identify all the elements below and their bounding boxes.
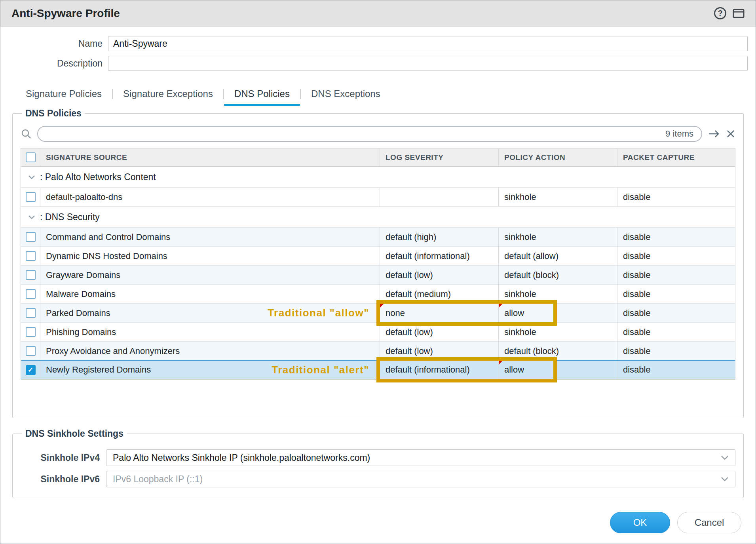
signature-source-label: default-paloalto-dns [46, 192, 122, 202]
table-row[interactable]: Phishing Domainsdefault (low)sinkholedis… [21, 323, 735, 342]
description-label: Description [0, 58, 108, 69]
signature-source-label: Proxy Avoidance and Anonymizers [46, 346, 180, 356]
row-checkbox[interactable] [26, 251, 36, 261]
dns-policies-section: DNS Policies 9 items [12, 108, 744, 418]
signature-source-cell: Dynamic DNS Hosted Domains [40, 247, 380, 265]
sinkhole-ipv6-value: IPv6 Loopback IP (::1) [113, 474, 203, 485]
group-label: : Palo Alto Networks Content [40, 172, 156, 183]
policy-action-cell: sinkhole [498, 323, 617, 341]
row-checkbox[interactable] [26, 327, 36, 337]
table-row[interactable]: Malware Domainsdefault (medium)sinkholed… [21, 285, 735, 304]
row-checkbox[interactable]: ✓ [26, 365, 36, 375]
anti-spyware-profile-dialog: Anti-Spyware Profile ? Name Description … [0, 0, 756, 544]
search-icon[interactable] [21, 128, 32, 139]
tab-signature-exceptions[interactable]: Signature Exceptions [113, 85, 223, 106]
row-checkbox[interactable] [26, 232, 36, 242]
signature-source-label: Command and Control Domains [46, 232, 170, 242]
dns-policies-table: SIGNATURE SOURCE LOG SEVERITY POLICY ACT… [21, 148, 735, 380]
select-all-checkbox[interactable] [26, 152, 36, 162]
policy-action-cell: default (block) [498, 342, 617, 360]
search-pill: 9 items [37, 126, 702, 142]
log-severity-cell: default (low) [380, 266, 498, 284]
group-row[interactable]: : Palo Alto Networks Content [21, 167, 735, 188]
window-icon[interactable] [733, 9, 745, 18]
policy-action-cell: default (allow) [498, 247, 617, 265]
description-input[interactable] [108, 56, 748, 71]
tab-signature-policies[interactable]: Signature Policies [15, 85, 112, 106]
row-checkbox-cell [21, 266, 40, 284]
chevron-down-icon [721, 477, 729, 481]
packet-capture-cell: disable [617, 266, 735, 284]
items-count: 9 items [665, 129, 693, 139]
select-all-cell [21, 148, 40, 166]
sinkhole-ipv6-row: Sinkhole IPv6 IPv6 Loopback IP (::1) [21, 471, 735, 487]
description-row: Description [0, 56, 756, 71]
table-row[interactable]: ✓Newly Registered DomainsTraditional "al… [21, 360, 735, 379]
dialog-footer: OK Cancel [0, 512, 756, 544]
table-row[interactable]: Command and Control Domainsdefault (high… [21, 228, 735, 247]
log-severity-cell: default (informational) [380, 361, 498, 379]
signature-source-cell: Malware Domains [40, 285, 380, 303]
help-icon[interactable]: ? [714, 7, 726, 19]
signature-source-label: Phishing Domains [46, 327, 116, 337]
policy-action-cell: allow [498, 361, 617, 379]
chevron-down-icon[interactable] [28, 175, 35, 179]
row-checkbox[interactable] [26, 308, 36, 318]
row-checkbox[interactable] [26, 346, 36, 356]
row-checkbox-cell [21, 228, 40, 246]
sinkhole-ipv4-label: Sinkhole IPv4 [21, 453, 106, 463]
row-checkbox[interactable] [26, 270, 36, 280]
policy-action-cell: default (block) [498, 266, 617, 284]
dns-policies-legend: DNS Policies [22, 108, 85, 119]
cancel-button[interactable]: Cancel [677, 512, 741, 533]
chevron-down-icon[interactable] [28, 215, 35, 219]
tab-dns-exceptions[interactable]: DNS Exceptions [301, 85, 391, 106]
column-header-packet-capture[interactable]: PACKET CAPTURE [617, 148, 735, 166]
annotation-label: Traditional "allow" [268, 307, 380, 319]
row-checkbox[interactable] [26, 289, 36, 299]
column-header-log-severity[interactable]: LOG SEVERITY [380, 148, 498, 166]
row-checkbox[interactable] [26, 192, 36, 202]
packet-capture-cell: disable [617, 228, 735, 246]
search-row: 9 items [21, 126, 735, 142]
log-severity-cell: default (low) [380, 342, 498, 360]
group-label: : DNS Security [40, 212, 100, 223]
dialog-title: Anti-Spyware Profile [11, 7, 120, 20]
ok-button[interactable]: OK [610, 512, 670, 533]
clear-filter-close-icon[interactable] [726, 129, 735, 139]
name-input[interactable] [108, 36, 748, 51]
table-body: : Palo Alto Networks Contentdefault-palo… [21, 167, 735, 379]
signature-source-cell: Command and Control Domains [40, 228, 380, 246]
packet-capture-cell: disable [617, 285, 735, 303]
packet-capture-cell: disable [617, 188, 735, 206]
table-row[interactable]: Dynamic DNS Hosted Domainsdefault (infor… [21, 247, 735, 266]
sinkhole-ipv4-select[interactable]: Palo Alto Networks Sinkhole IP (sinkhole… [106, 449, 735, 466]
dialog-titlebar: Anti-Spyware Profile ? [0, 0, 756, 27]
table-row[interactable]: Proxy Avoidance and Anonymizersdefault (… [21, 342, 735, 361]
policy-action-cell: sinkhole [498, 285, 617, 303]
sinkhole-ipv4-row: Sinkhole IPv4 Palo Alto Networks Sinkhol… [21, 449, 735, 466]
row-checkbox-cell [21, 304, 40, 322]
row-checkbox-cell [21, 323, 40, 341]
log-severity-cell: default (informational) [380, 247, 498, 265]
log-severity-cell [380, 188, 498, 206]
apply-filter-arrow-icon[interactable] [708, 129, 720, 139]
search-input[interactable] [46, 128, 665, 139]
sinkhole-ipv4-value: Palo Alto Networks Sinkhole IP (sinkhole… [113, 453, 370, 463]
table-row[interactable]: Parked DomainsTraditional "allow"noneall… [21, 304, 735, 323]
signature-source-cell: Proxy Avoidance and Anonymizers [40, 342, 380, 360]
sinkhole-ipv6-select[interactable]: IPv6 Loopback IP (::1) [106, 471, 735, 487]
sinkhole-ipv6-label: Sinkhole IPv6 [21, 474, 106, 485]
policy-action-cell: sinkhole [498, 228, 617, 246]
tab-bar: Signature Policies Signature Exceptions … [15, 85, 756, 106]
column-header-signature-source[interactable]: SIGNATURE SOURCE [40, 148, 380, 166]
signature-source-label: Dynamic DNS Hosted Domains [46, 251, 167, 261]
tab-dns-policies[interactable]: DNS Policies [224, 85, 300, 106]
log-severity-cell: none [380, 304, 498, 322]
packet-capture-cell: disable [617, 361, 735, 379]
table-row[interactable]: Grayware Domainsdefault (low)default (bl… [21, 266, 735, 285]
column-header-policy-action[interactable]: POLICY ACTION [498, 148, 617, 166]
group-row[interactable]: : DNS Security [21, 207, 735, 228]
table-row[interactable]: default-paloalto-dnssinkholedisable [21, 188, 735, 207]
packet-capture-cell: disable [617, 323, 735, 341]
